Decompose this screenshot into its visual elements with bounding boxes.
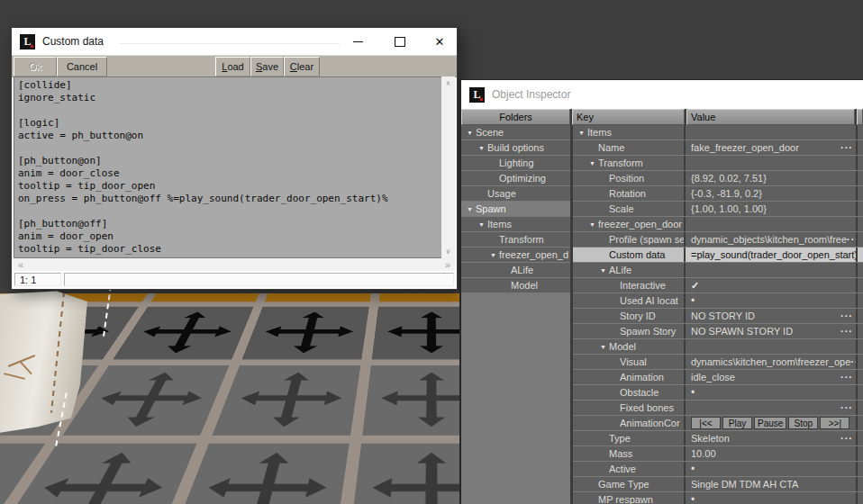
tree-expand-icon[interactable]: ▼ (464, 130, 476, 136)
property-value[interactable]: {-0.3, -81.9, 0.2} (686, 186, 858, 201)
property-key[interactable]: Game Type (573, 477, 686, 491)
property-row-custom-data[interactable]: Custom data=play_sound(trader_door_open_… (573, 248, 863, 262)
folder-node-spawn[interactable]: ▼Spawn (461, 202, 570, 216)
property-row-transform[interactable]: ▼Transform (573, 156, 863, 170)
property-row-alife[interactable]: ▼ALife (573, 263, 863, 277)
tree-expand-icon[interactable]: ▼ (464, 206, 476, 212)
property-row-freezer-open-door[interactable]: ▼freezer_open_door (573, 217, 863, 231)
folder-node-scene[interactable]: ▼Scene (461, 125, 570, 140)
maximize-button[interactable] (386, 28, 413, 55)
property-value[interactable]: |<<PlayPauseStop>>| (686, 416, 858, 430)
property-value[interactable] (686, 125, 858, 140)
property-row-story-id[interactable]: Story IDNO STORY ID··· (573, 309, 863, 323)
property-value[interactable]: 10.00 (686, 446, 858, 461)
header-folders[interactable]: Folders (461, 109, 570, 125)
property-key[interactable]: Position (573, 171, 686, 185)
property-value[interactable] (686, 156, 858, 170)
folder-node-model[interactable]: Model (461, 278, 570, 292)
property-row-type[interactable]: TypeSkeleton··· (573, 431, 863, 446)
custom-data-titlebar[interactable]: L Custom data ✕ (12, 28, 457, 55)
property-row-mp-respawn[interactable]: MP respawn• (573, 492, 863, 504)
property-key[interactable]: Story ID (573, 309, 686, 323)
horizontal-scrollbar[interactable]: « » (14, 258, 455, 271)
property-row-spawn-story[interactable]: Spawn StoryNO SPAWN STORY ID··· (573, 324, 863, 338)
property-value[interactable]: =play_sound(trader_door_open_start)% (686, 248, 858, 262)
property-key[interactable]: Scale (573, 202, 686, 216)
ok-button[interactable]: Ok (14, 57, 57, 76)
ellipsis-button[interactable]: ··· (850, 356, 858, 367)
property-row-name[interactable]: Namefake_freezer_open_door··· (573, 140, 863, 155)
folder-node-usage[interactable]: Usage (461, 186, 570, 201)
tree-expand-icon[interactable]: ▼ (576, 130, 587, 136)
script-editor[interactable]: [collide] ignore_static [logic] active =… (14, 76, 441, 258)
tree-expand-icon[interactable]: ▼ (597, 344, 609, 350)
property-key[interactable]: Interactive (573, 278, 686, 292)
property-value[interactable]: dynamic_objects\kitchen_room\free··· (686, 232, 858, 247)
scroll-down-icon[interactable]: ∨ (446, 248, 451, 256)
ellipsis-button[interactable]: ··· (840, 402, 856, 413)
ellipsis-button[interactable]: ··· (840, 142, 856, 153)
property-value[interactable] (686, 263, 858, 277)
tree-expand-icon[interactable]: ▼ (476, 221, 487, 228)
minimize-button[interactable] (344, 28, 371, 55)
property-value[interactable]: • (686, 492, 858, 504)
property-value[interactable]: fake_freezer_open_door··· (686, 140, 858, 155)
property-row-game-type[interactable]: Game TypeSingle DM TDM AH CTA (573, 477, 863, 491)
property-row-obstacle[interactable]: Obstacle• (573, 385, 863, 400)
tree-expand-icon[interactable]: ▼ (586, 221, 598, 228)
folder-node-build-options[interactable]: ▼Build options (461, 140, 570, 155)
property-key[interactable]: Name (573, 140, 686, 155)
property-key[interactable]: ▼freezer_open_door (573, 217, 686, 231)
property-value[interactable]: Skeleton··· (686, 431, 858, 446)
folder-node-transform[interactable]: Transform (461, 232, 570, 247)
property-row-profile-spawn-se[interactable]: Profile (spawn sedynamic_objects\kitchen… (573, 232, 863, 247)
folder-node-lighting[interactable]: Lighting (461, 156, 570, 170)
property-row-used-ai-locat[interactable]: Used AI locat• (573, 293, 863, 308)
property-key[interactable]: ▼ALife (573, 263, 686, 277)
property-value[interactable]: • (686, 385, 858, 400)
property-row-position[interactable]: Position{8.92, 0.02, 7.51} (573, 171, 863, 185)
tree-expand-icon[interactable]: ▼ (487, 252, 499, 258)
ellipsis-button[interactable]: ··· (847, 234, 858, 245)
property-row-fixed-bones[interactable]: Fixed bones··· (573, 400, 863, 415)
scroll-left-icon[interactable]: « (18, 259, 23, 270)
header-key[interactable]: Key (572, 109, 685, 125)
property-value[interactable]: ··· (686, 400, 858, 415)
property-key[interactable]: Fixed bones (573, 400, 686, 415)
property-key[interactable]: AnimationCor (573, 416, 686, 430)
property-value[interactable]: • (686, 293, 858, 308)
tree-expand-icon[interactable]: ▼ (586, 160, 598, 166)
close-button[interactable]: ✕ (426, 28, 453, 55)
anim-button-play[interactable]: Play (722, 417, 752, 429)
folder-node-optimizing[interactable]: Optimizing (461, 171, 570, 185)
property-row-mass[interactable]: Mass10.00 (573, 446, 863, 461)
property-key[interactable]: ▼Transform (573, 156, 686, 170)
property-value[interactable]: Single DM TDM AH CTA (686, 477, 858, 491)
tree-expand-icon[interactable]: ▼ (476, 145, 487, 151)
property-row-scale[interactable]: Scale{1.00, 1.00, 1.00} (573, 202, 863, 216)
load-button[interactable]: Load (215, 57, 250, 76)
property-key[interactable]: Mass (573, 446, 686, 461)
property-row-interactive[interactable]: Interactive✓ (573, 278, 863, 292)
property-key[interactable]: Used AI locat (573, 293, 686, 308)
ellipsis-button[interactable]: ··· (840, 372, 856, 382)
property-value[interactable] (686, 217, 858, 231)
header-value[interactable]: Value (686, 109, 855, 125)
property-row-model[interactable]: ▼Model (573, 339, 863, 354)
ellipsis-button[interactable]: ··· (840, 326, 856, 337)
property-value[interactable]: {1.00, 1.00, 1.00} (686, 202, 858, 216)
scroll-up-icon[interactable]: ∧ (446, 79, 451, 87)
property-row-animationcor[interactable]: AnimationCor|<<PlayPauseStop>>| (573, 416, 863, 430)
save-button[interactable]: Save (250, 57, 284, 76)
folder-node-items[interactable]: ▼Items (461, 217, 570, 231)
property-value[interactable]: NO SPAWN STORY ID··· (686, 324, 858, 338)
property-value[interactable]: • (686, 462, 858, 476)
property-row-rotation[interactable]: Rotation{-0.3, -81.9, 0.2} (573, 186, 863, 201)
property-key[interactable]: Custom data (573, 248, 686, 262)
clear-button[interactable]: Clear (284, 57, 320, 76)
ellipsis-button[interactable]: ··· (840, 433, 856, 444)
property-row-visual[interactable]: Visualdynamics\kitchen_room\freezer_ope·… (573, 355, 863, 369)
property-key[interactable]: Profile (spawn se (573, 232, 686, 247)
anim-button-seek-last[interactable]: >>| (820, 417, 849, 429)
property-key[interactable]: ▼Items (573, 125, 686, 140)
